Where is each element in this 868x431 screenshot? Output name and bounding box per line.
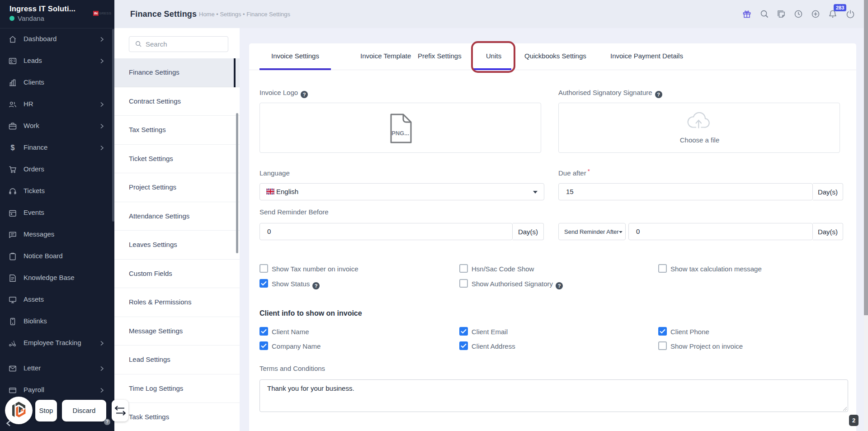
svg-text:PNG...: PNG... <box>392 130 409 137</box>
